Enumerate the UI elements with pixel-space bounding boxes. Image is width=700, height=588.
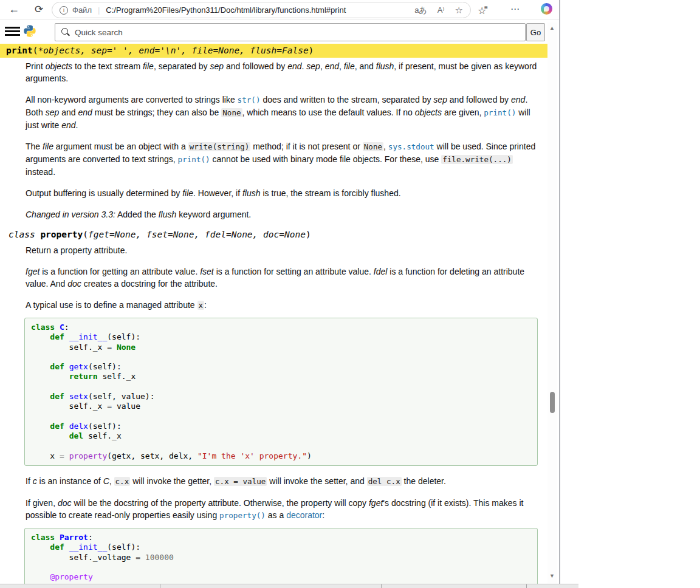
code-line: self._voltage = 100000 <box>31 553 531 562</box>
code-line: class C: <box>31 323 531 332</box>
print-function-entry: print(*objects, sep=' ', end='\n', file=… <box>0 44 549 220</box>
more-menu-icon[interactable]: ⋯ <box>510 4 520 14</box>
address-bar[interactable]: i Файл | C:/Program%20Files/Python311/Do… <box>52 2 471 18</box>
scrollbar-thumb[interactable] <box>550 392 555 413</box>
taskbar-divider <box>160 584 160 588</box>
link[interactable]: sys.stdout <box>388 142 434 151</box>
code-line <box>31 562 531 572</box>
quick-search-box[interactable] <box>55 23 526 41</box>
paragraph: The file argument must be an object with… <box>26 140 538 178</box>
link[interactable]: property() <box>219 511 266 520</box>
code-line: def delx(self): <box>31 422 531 431</box>
code-line <box>31 352 531 362</box>
code-line: self._x = value <box>31 402 531 411</box>
property-class-entry: class property(fget=None, fset=None, fde… <box>0 228 549 584</box>
taskbar-divider <box>381 584 382 588</box>
code-line: def __init__(self): <box>31 332 531 342</box>
site-label: Файл <box>72 5 92 15</box>
collections-lines-glyph: ≡ <box>484 4 488 11</box>
read-aloud-icon[interactable]: A⁾ <box>437 5 445 15</box>
search-icon <box>61 28 70 36</box>
changed-in-version-note: Changed in version 3.3: Added the flush … <box>26 208 538 220</box>
code-line: class Parrot: <box>31 533 531 542</box>
code-line: def getx(self): <box>31 362 531 372</box>
docs-nav-bar: Go <box>0 20 549 43</box>
code-line: self._x = None <box>31 343 531 352</box>
property-signature: class property(fget=None, fset=None, fde… <box>0 228 549 242</box>
search-input[interactable] <box>75 28 525 37</box>
scroll-up-icon[interactable]: ▲ <box>549 25 555 31</box>
document-content: print(*objects, sep=' ', end='\n', file=… <box>0 43 549 584</box>
go-button[interactable]: Go <box>526 23 545 41</box>
print-description: Print objects to the text stream file, s… <box>26 60 538 220</box>
collections-icon[interactable]: ☆ ≡ <box>478 5 490 16</box>
code-line: x = property(getx, setx, delx, "I'm the … <box>31 451 531 461</box>
translate-icon[interactable]: aあ <box>414 5 427 16</box>
copilot-icon[interactable] <box>541 3 552 15</box>
url-text[interactable]: C:/Program%20Files/Python311/Doc/html/li… <box>106 5 404 15</box>
code-line <box>31 412 531 422</box>
paragraph: fget is a function for getting an attrib… <box>26 265 538 290</box>
taskbar-edge-strip <box>0 584 578 588</box>
paragraph: Output buffering is usually determined b… <box>26 187 538 199</box>
code-line <box>31 442 531 451</box>
vertical-scrollbar[interactable]: ▲ ▼ <box>547 22 557 584</box>
paragraph: If c is an instance of C, c.x will invok… <box>26 475 538 488</box>
code-line: def setx(self, value): <box>31 392 531 402</box>
back-icon[interactable]: ← <box>9 4 19 15</box>
favorite-star-icon[interactable]: ☆ <box>455 5 463 16</box>
browser-window: ← ⟳ i Файл | C:/Program%20Files/Python31… <box>0 0 560 584</box>
window-edge-border <box>559 0 560 584</box>
property-description: Return a property attribute. fget is a f… <box>26 244 538 584</box>
code-line <box>31 382 531 392</box>
paragraph: If given, doc will be the docstring of t… <box>26 497 538 522</box>
code-line: @property <box>31 572 531 582</box>
python-logo[interactable] <box>23 24 36 38</box>
address-divider: | <box>98 5 100 15</box>
link[interactable]: str() <box>238 95 261 104</box>
link[interactable]: print() <box>484 108 516 117</box>
code-example-property-class-c: class C: def __init__(self): self._x = N… <box>24 318 538 466</box>
paragraph: Return a property attribute. <box>26 244 538 256</box>
hamburger-menu-icon[interactable] <box>5 27 20 36</box>
paragraph: All non-keyword arguments are converted … <box>26 94 538 131</box>
print-signature: print(*objects, sep=' ', end='\n', file=… <box>0 44 549 58</box>
taskbar-divider <box>526 584 527 588</box>
code-line: del self._x <box>31 431 531 441</box>
paragraph: A typical use is to define a managed att… <box>26 299 538 312</box>
code-line: def __init__(self): <box>31 542 531 552</box>
paragraph: Print objects to the text stream file, s… <box>26 60 538 84</box>
scroll-down-icon[interactable]: ▼ <box>549 573 555 579</box>
code-line: return self._x <box>31 372 531 381</box>
code-example-parrot-class: class Parrot: def __init__(self): self._… <box>24 528 538 584</box>
link[interactable]: print() <box>178 155 210 164</box>
browser-toolbar: ← ⟳ i Файл | C:/Program%20Files/Python31… <box>0 0 559 20</box>
link[interactable]: decorator <box>286 510 322 520</box>
refresh-icon[interactable]: ⟳ <box>35 4 43 15</box>
site-info-icon[interactable]: i <box>60 6 68 15</box>
